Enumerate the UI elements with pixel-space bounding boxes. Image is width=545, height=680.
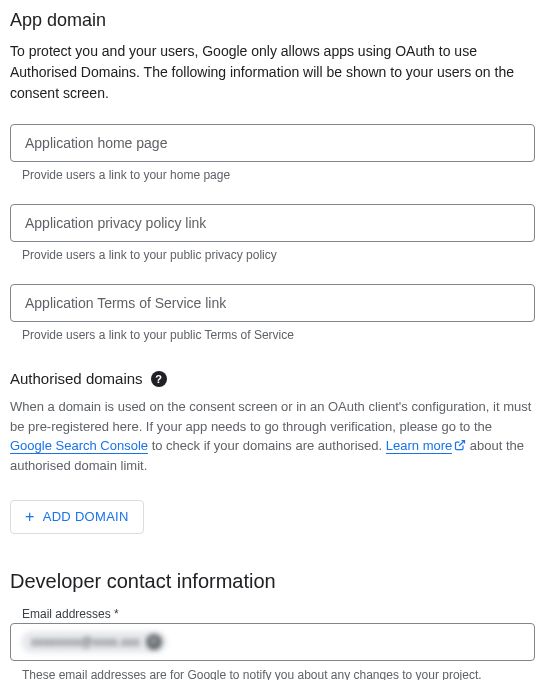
- help-icon[interactable]: ?: [151, 371, 167, 387]
- app-domain-title: App domain: [10, 10, 535, 31]
- plus-icon: +: [25, 509, 35, 525]
- auth-desc-part2: to check if your domains are authorised.: [148, 438, 386, 453]
- email-addresses-input[interactable]: xxxxxxxx@xxxx.xxx ✕: [10, 623, 535, 661]
- authorised-domains-description: When a domain is used on the consent scr…: [10, 397, 535, 476]
- search-console-link[interactable]: Google Search Console: [10, 438, 148, 454]
- add-domain-label: ADD DOMAIN: [43, 509, 129, 524]
- email-chip: xxxxxxxx@xxxx.xxx ✕: [21, 631, 167, 653]
- email-addresses-label: Email addresses *: [22, 607, 535, 621]
- tos-helper: Provide users a link to your public Term…: [10, 328, 535, 342]
- developer-contact-title: Developer contact information: [10, 570, 535, 593]
- auth-desc-part1: When a domain is used on the consent scr…: [10, 399, 531, 434]
- external-link-icon: [454, 437, 466, 457]
- authorised-domains-title: Authorised domains: [10, 370, 143, 387]
- add-domain-button[interactable]: + ADD DOMAIN: [10, 500, 144, 534]
- home-page-field-group: Provide users a link to your home page: [10, 124, 535, 182]
- home-page-input[interactable]: [10, 124, 535, 162]
- privacy-input[interactable]: [10, 204, 535, 242]
- email-chip-text: xxxxxxxx@xxxx.xxx: [31, 635, 140, 649]
- learn-more-link[interactable]: Learn more: [386, 438, 452, 454]
- privacy-field-group: Provide users a link to your public priv…: [10, 204, 535, 262]
- tos-input[interactable]: [10, 284, 535, 322]
- tos-field-group: Provide users a link to your public Term…: [10, 284, 535, 342]
- app-domain-description: To protect you and your users, Google on…: [10, 41, 535, 104]
- svg-line-0: [459, 440, 465, 446]
- authorised-domains-header: Authorised domains ?: [10, 370, 535, 387]
- privacy-helper: Provide users a link to your public priv…: [10, 248, 535, 262]
- email-helper: These email addresses are for Google to …: [10, 668, 535, 680]
- home-page-helper: Provide users a link to your home page: [10, 168, 535, 182]
- chip-remove-icon[interactable]: ✕: [146, 634, 162, 650]
